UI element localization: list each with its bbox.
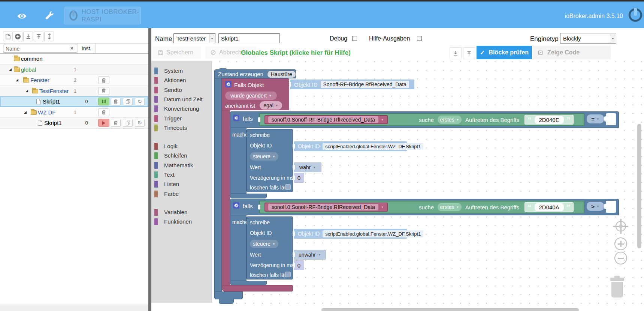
delete-script-button[interactable]	[111, 98, 121, 105]
scripts-sidebar: × Inst. common ◢ global 1 ◢ Fenster 2	[0, 28, 148, 311]
check-blocks-button[interactable]: ✓ Blöcke prüfen	[477, 46, 532, 59]
name-label: Name	[155, 35, 172, 43]
global-script-hint-link[interactable]: Globales Skript (klicke hier für Hilfe)	[241, 49, 351, 57]
tree-row-global[interactable]: ◢ global 1	[0, 65, 148, 75]
toolbox-category-schleifen[interactable]: Schleifen	[151, 151, 212, 161]
children-count: 1	[64, 89, 76, 94]
folder-icon	[23, 78, 29, 83]
engine-type-select[interactable]: Blockly▾	[560, 33, 616, 44]
zoom-reset-center-dot	[619, 224, 623, 228]
inst-column-header: Inst.	[78, 45, 96, 51]
toolbox-category-text[interactable]: Text	[151, 170, 212, 180]
children-count: 1	[64, 67, 76, 72]
toolbox-category-logik[interactable]: Logik	[151, 142, 212, 151]
script-name-input[interactable]	[218, 33, 280, 43]
toolbox-category-trigger[interactable]: Trigger	[151, 114, 212, 123]
restart-script-button[interactable]: ↻	[135, 98, 145, 105]
expander-icon[interactable]: ◢	[25, 89, 28, 93]
start-script-button[interactable]	[98, 119, 109, 127]
import-blocks-button[interactable]	[463, 47, 475, 59]
tree-row-common[interactable]: common	[0, 54, 148, 65]
new-folder-button[interactable]	[13, 32, 22, 41]
horizontal-scrollbar[interactable]	[321, 308, 579, 311]
save-button[interactable]: Speichern	[153, 47, 201, 59]
save-icon	[158, 50, 163, 55]
toolbox-category-aktionen[interactable]: Aktionen	[151, 76, 212, 85]
show-code-button[interactable]: Zeige Code	[533, 46, 611, 59]
admin-version-label: ioBroker.admin 3.5.10	[565, 13, 623, 20]
toolbox-category-mathematik[interactable]: Mathematik	[151, 161, 212, 170]
toolbox-category-system[interactable]: System	[151, 66, 212, 76]
trash-can-icon[interactable]	[610, 274, 624, 298]
import-scripts-button[interactable]	[23, 32, 33, 41]
new-script-button[interactable]	[3, 32, 13, 41]
toolbox-category-konvertierung[interactable]: Konvertierung	[151, 104, 212, 114]
copy-script-button[interactable]	[123, 119, 133, 127]
toolbox-category-farbe[interactable]: Farbe	[151, 189, 212, 199]
instance-number: 0	[78, 99, 96, 104]
toolbox-category-timeouts[interactable]: Timeouts	[151, 123, 212, 133]
expander-icon[interactable]: ◢	[16, 78, 18, 82]
toolbox-category-sendto[interactable]: Sendto	[151, 86, 212, 95]
delete-folder-button[interactable]	[98, 108, 109, 116]
vertical-scrollbar[interactable]	[637, 124, 641, 248]
script-file-icon	[36, 99, 41, 104]
folder-select-value: TestFenster	[176, 35, 206, 42]
check-icon: ✓	[480, 49, 485, 56]
delete-script-button[interactable]	[111, 119, 121, 127]
tree-row-skript1-selected[interactable]: Skript1 0 ↻	[0, 96, 148, 107]
tree-row-testfenster[interactable]: ◢ TestFenster 1	[0, 86, 148, 97]
blockly-workspace[interactable]	[212, 61, 644, 311]
folder-icon	[32, 89, 38, 93]
folder-icon	[14, 57, 20, 61]
zoom-out-minus	[618, 258, 624, 259]
tree-row-label: global	[21, 66, 36, 73]
delete-folder-button[interactable]	[98, 87, 109, 95]
instance-number: 0	[78, 120, 96, 126]
verbose-checkbox[interactable]	[417, 36, 422, 41]
clear-filter-icon[interactable]: ×	[70, 45, 73, 51]
children-count: 2	[64, 78, 76, 83]
tree-row-wz-df[interactable]: ◢ WZ DF 1	[0, 107, 148, 118]
tree-header-row: × Inst.	[0, 43, 148, 54]
export-blocks-button[interactable]	[450, 47, 462, 59]
tree-horizontal-scrollbar[interactable]	[0, 305, 148, 311]
blockly-toolbox: System Aktionen Sendto Datum und Zeit Ko…	[151, 61, 212, 303]
tree-row-skript1-wzdf[interactable]: Skript1 0 ↻	[0, 118, 148, 129]
show-code-label: Zeige Code	[547, 49, 580, 56]
restart-script-button[interactable]: ↻	[135, 119, 145, 127]
zoom-in-plus-h	[618, 243, 624, 245]
copy-script-button[interactable]	[123, 98, 133, 105]
pause-script-button[interactable]	[98, 98, 109, 105]
export-scripts-button[interactable]	[34, 32, 43, 41]
tree-row-label: Skript1	[44, 120, 62, 126]
tree-row-label: common	[21, 56, 43, 62]
objects-eye-icon[interactable]	[16, 11, 27, 21]
expander-icon[interactable]: ◢	[24, 111, 27, 114]
debug-label: Debug	[330, 35, 347, 42]
expander-icon[interactable]: ◢	[9, 68, 12, 71]
host-button[interactable]: HOST IOBROKER-RASPI	[64, 7, 141, 24]
iobroker-logo-icon	[629, 8, 642, 22]
folder-select[interactable]: TestFenster▾	[173, 33, 215, 43]
cancel-icon	[211, 50, 216, 55]
iobroker-host-logo-icon	[69, 11, 78, 21]
engine-type-label: Enginetyp	[530, 35, 559, 43]
tree-row-label: Fenster	[30, 77, 49, 83]
script-file-icon	[38, 120, 42, 126]
tree-row-fenster[interactable]: ◢ Fenster 2	[0, 75, 148, 86]
delete-folder-button[interactable]	[98, 76, 109, 84]
toolbox-category-funktionen[interactable]: Funktionen	[151, 217, 212, 227]
toolbox-category-variablen[interactable]: Variablen	[151, 208, 212, 217]
panel-splitter[interactable]	[148, 28, 151, 311]
verbose-label: Hilfe-Ausgaben	[369, 35, 410, 42]
tree-row-label: Skript1	[43, 98, 60, 105]
expand-collapse-button[interactable]	[44, 32, 54, 41]
toolbox-category-datum-und-zeit[interactable]: Datum und Zeit	[151, 95, 212, 104]
name-filter-input[interactable]	[3, 45, 77, 53]
toolbox-category-listen[interactable]: Listen	[151, 180, 212, 189]
wrench-icon[interactable]	[44, 11, 55, 21]
debug-checkbox[interactable]	[352, 36, 357, 41]
host-button-label: HOST IOBROKER-RASPI	[81, 8, 140, 23]
folder-icon	[31, 110, 37, 115]
